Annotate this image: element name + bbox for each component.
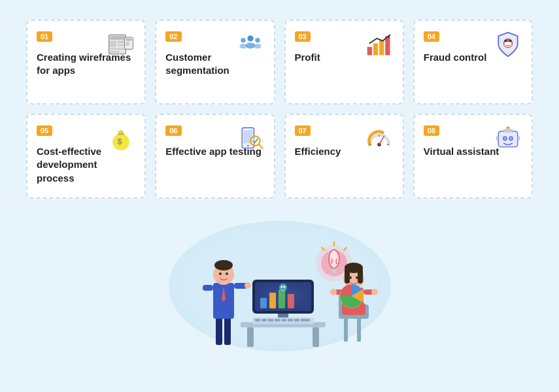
svg-rect-80 — [301, 319, 310, 321]
segmentation-icon — [235, 29, 266, 60]
svg-line-34 — [379, 136, 384, 144]
svg-point-56 — [219, 272, 222, 275]
card-grid: 01 Creating wireframes for apps — [26, 20, 533, 199]
svg-line-32 — [258, 144, 262, 148]
svg-rect-88 — [344, 316, 348, 342]
svg-rect-78 — [288, 319, 293, 321]
card-number-6: 06 — [165, 125, 181, 136]
svg-point-43 — [510, 138, 512, 140]
card-5: 05 $ Cost-effective development process — [26, 114, 146, 199]
card-number-8: 08 — [424, 125, 439, 136]
svg-rect-84 — [332, 271, 336, 273]
card-number-4: 04 — [424, 31, 439, 42]
svg-point-42 — [504, 138, 506, 140]
testing-icon — [235, 123, 266, 154]
svg-point-15 — [254, 44, 261, 48]
svg-point-70 — [280, 286, 282, 288]
hero-illustration — [175, 214, 384, 351]
profit-icon — [364, 29, 395, 60]
svg-rect-89 — [357, 316, 361, 342]
svg-point-96 — [330, 289, 337, 295]
svg-point-57 — [226, 272, 228, 275]
svg-rect-16 — [367, 47, 371, 56]
card-number-5: 05 — [37, 125, 52, 136]
svg-rect-59 — [247, 327, 254, 347]
svg-rect-48 — [224, 316, 231, 345]
svg-rect-47 — [216, 316, 222, 345]
svg-rect-45 — [518, 136, 520, 140]
svg-point-103 — [356, 276, 358, 279]
svg-rect-3 — [118, 41, 125, 44]
card-number-1: 01 — [37, 31, 52, 42]
card-6: 06 Effective app testing — [155, 114, 275, 199]
svg-rect-39 — [503, 129, 513, 133]
svg-rect-77 — [281, 319, 286, 321]
svg-rect-17 — [373, 43, 378, 55]
svg-rect-44 — [496, 136, 499, 140]
svg-point-13 — [239, 44, 246, 48]
illustration-content — [175, 214, 384, 351]
fraud-icon — [492, 29, 524, 60]
svg-rect-8 — [126, 39, 132, 41]
svg-rect-22 — [505, 42, 512, 45]
card-4: 04 Fraud control — [413, 20, 533, 105]
svg-rect-18 — [379, 40, 384, 56]
svg-rect-83 — [331, 269, 337, 271]
svg-point-53 — [245, 282, 251, 289]
card-number-7: 07 — [295, 125, 311, 136]
main-container: 01 Creating wireframes for apps — [0, 0, 559, 365]
card-7: 07 Efficiency — [284, 114, 404, 199]
card-2: 02 Customer segmentation — [155, 20, 275, 105]
svg-rect-75 — [268, 319, 273, 321]
svg-point-11 — [245, 42, 255, 48]
svg-rect-79 — [294, 319, 299, 321]
svg-rect-76 — [275, 319, 280, 321]
svg-rect-5 — [110, 48, 125, 50]
svg-rect-9 — [126, 42, 130, 46]
svg-rect-51 — [203, 285, 213, 291]
efficiency-icon — [364, 123, 395, 154]
illustration-area — [26, 208, 533, 351]
svg-rect-101 — [358, 268, 363, 284]
card-3: 03 Profit — [284, 20, 404, 105]
card-number-2: 02 — [165, 31, 181, 42]
svg-rect-6 — [110, 51, 120, 53]
svg-rect-73 — [255, 319, 260, 321]
svg-point-55 — [214, 260, 233, 270]
svg-point-14 — [255, 38, 260, 42]
card-8: 08 Virtual assistant — [413, 114, 533, 199]
svg-rect-74 — [262, 319, 267, 321]
svg-text:$: $ — [118, 137, 122, 146]
svg-point-69 — [279, 284, 287, 291]
svg-point-102 — [349, 276, 352, 279]
virtual-icon — [492, 123, 524, 154]
svg-rect-28 — [243, 130, 253, 143]
svg-point-23 — [505, 40, 507, 42]
svg-point-29 — [246, 145, 248, 147]
svg-rect-1 — [110, 36, 125, 40]
svg-rect-100 — [345, 268, 350, 284]
svg-point-97 — [371, 289, 378, 295]
svg-rect-46 — [506, 127, 510, 129]
cost-icon: $ — [105, 123, 137, 154]
svg-point-12 — [241, 38, 245, 42]
svg-point-10 — [247, 35, 253, 41]
wireframes-icon — [105, 29, 137, 60]
svg-point-71 — [283, 286, 285, 288]
svg-rect-4 — [118, 44, 125, 46]
svg-rect-60 — [313, 327, 319, 347]
svg-rect-2 — [110, 41, 116, 47]
svg-point-24 — [509, 40, 512, 42]
card-number-3: 03 — [295, 31, 311, 42]
card-1: 01 Creating wireframes for apps — [26, 20, 146, 105]
